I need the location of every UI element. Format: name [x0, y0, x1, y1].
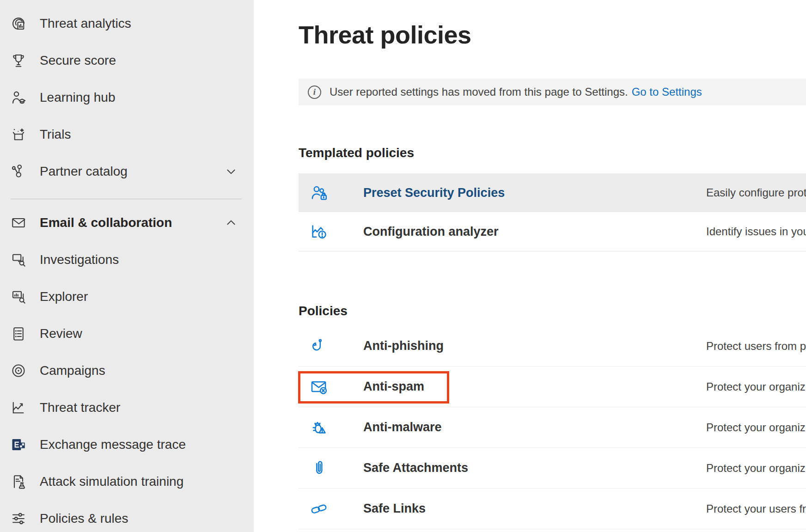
sidebar-item-trials[interactable]: Trials: [0, 116, 254, 153]
threat-analytics-icon: [10, 15, 27, 32]
sidebar-divider: [11, 199, 242, 199]
fish-hook-icon: [310, 337, 328, 355]
info-banner-text: User reported settings has moved from th…: [330, 86, 628, 98]
row-description: Protect your organiz: [706, 421, 806, 434]
row-description: Identify issues in you: [706, 225, 806, 238]
row-description: Protect your organiz: [706, 380, 806, 393]
row-label: Preset Security Policies: [363, 186, 706, 200]
documents-search-icon: [10, 288, 27, 305]
row-anti-malware[interactable]: Anti-malware Protect your organiz: [299, 407, 806, 448]
sidebar-item-partner-catalog[interactable]: Partner catalog: [0, 153, 254, 190]
sidebar-item-label: Trials: [40, 127, 71, 142]
sidebar-item-review[interactable]: Review: [0, 315, 254, 352]
chat-search-icon: [10, 251, 27, 268]
envelope-icon: [10, 214, 27, 231]
sidebar-item-label: Campaigns: [40, 363, 105, 378]
chain-links-icon: [310, 500, 328, 518]
row-label: Anti-phishing: [363, 339, 706, 353]
sidebar-item-label: Threat analytics: [40, 16, 131, 31]
policies-heading: Policies: [299, 303, 806, 319]
paperclip-icon: [310, 459, 328, 477]
row-preset-security-policies[interactable]: Preset Security Policies Easily configur…: [299, 173, 806, 212]
templated-policies-heading: Templated policies: [299, 145, 806, 161]
sidebar-item-email-collaboration[interactable]: Email & collaboration: [0, 204, 254, 241]
chart-alert-icon: [310, 222, 328, 241]
sidebar-item-attack-simulation-training[interactable]: Attack simulation training: [0, 463, 254, 500]
sidebar-item-label: Threat tracker: [40, 400, 120, 415]
sidebar-item-policies-rules[interactable]: Policies & rules: [0, 500, 254, 532]
main-content: Threat policies i User reported settings…: [254, 0, 806, 532]
sidebar-item-campaigns[interactable]: Campaigns: [0, 352, 254, 389]
go-to-settings-link[interactable]: Go to Settings: [632, 86, 702, 98]
exchange-logo-icon: [10, 436, 27, 453]
policies-list: Anti-phishing Protect users from p Anti-…: [299, 326, 806, 529]
templated-policies-list: Preset Security Policies Easily configur…: [299, 173, 806, 251]
trend-chart-icon: [10, 399, 27, 416]
sidebar-item-label: Exchange message trace: [40, 437, 186, 452]
envelope-block-icon: [310, 378, 328, 396]
trophy-icon: [10, 52, 27, 69]
clipboard-list-icon: [10, 325, 27, 342]
row-anti-phishing[interactable]: Anti-phishing Protect users from p: [299, 326, 806, 367]
sidebar-item-label: Learning hub: [40, 90, 115, 105]
row-label: Safe Links: [363, 501, 706, 516]
sidebar-item-label: Explorer: [40, 289, 88, 304]
graduate-person-icon: [10, 89, 27, 106]
gift-sparkle-icon: [10, 126, 27, 143]
sidebar-item-label: Partner catalog: [40, 164, 128, 179]
info-banner: i User reported settings has moved from …: [299, 79, 806, 105]
sidebar-item-label: Policies & rules: [40, 511, 128, 526]
bug-warning-icon: [310, 418, 328, 437]
bullseye-icon: [10, 362, 27, 379]
info-icon: i: [308, 86, 321, 99]
row-label: Safe Attachments: [363, 461, 706, 475]
row-label: Anti-malware: [363, 420, 706, 434]
sidebar-item-label: Review: [40, 326, 82, 341]
sidebar-item-secure-score[interactable]: Secure score: [0, 42, 254, 79]
row-safe-attachments[interactable]: Safe Attachments Protect your organiz: [299, 448, 806, 489]
row-configuration-analyzer[interactable]: Configuration analyzer Identify issues i…: [299, 212, 806, 251]
sidebar-item-label: Secure score: [40, 53, 116, 68]
sidebar-item-learning-hub[interactable]: Learning hub: [0, 79, 254, 116]
sidebar-item-explorer[interactable]: Explorer: [0, 278, 254, 315]
document-flask-icon: [10, 473, 27, 490]
row-label: Anti-spam: [363, 379, 706, 394]
sidebar-item-investigations[interactable]: Investigations: [0, 241, 254, 278]
sidebar-item-threat-tracker[interactable]: Threat tracker: [0, 389, 254, 426]
row-label: Configuration analyzer: [363, 225, 706, 239]
row-description: Easily configure prot: [706, 186, 806, 199]
sliders-icon: [10, 510, 27, 527]
row-anti-spam[interactable]: Anti-spam Protect your organiz: [299, 367, 806, 407]
row-safe-links[interactable]: Safe Links Protect your users fr: [299, 489, 806, 529]
chevron-down-icon[interactable]: [225, 165, 237, 177]
people-lock-icon: [310, 183, 328, 202]
row-description: Protect your organiz: [706, 462, 806, 475]
sidebar-item-threat-analytics[interactable]: Threat analytics: [0, 5, 254, 42]
page-title: Threat policies: [299, 20, 806, 49]
sidebar: Threat analytics Secure score Learning h…: [0, 0, 254, 532]
sidebar-item-label: Investigations: [40, 252, 119, 267]
chevron-up-icon[interactable]: [225, 217, 237, 229]
sidebar-item-label: Email & collaboration: [40, 215, 172, 230]
sidebar-item-exchange-message-trace[interactable]: Exchange message trace: [0, 426, 254, 463]
sidebar-item-label: Attack simulation training: [40, 474, 183, 489]
row-description: Protect users from p: [706, 340, 806, 353]
row-description: Protect your users fr: [706, 502, 806, 515]
molecule-icon: [10, 163, 27, 180]
